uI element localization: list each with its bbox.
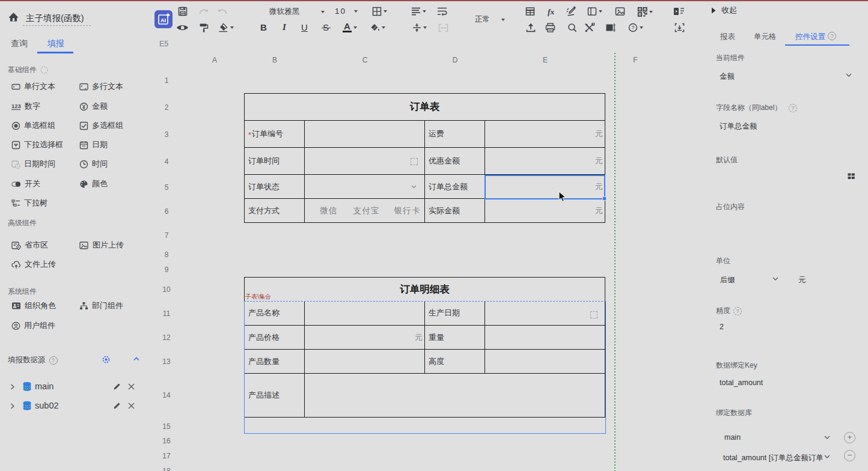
- preview-eye-icon[interactable]: [176, 23, 189, 32]
- edit-pencil-icon[interactable]: [113, 402, 121, 410]
- column-width-icon[interactable]: [605, 23, 616, 32]
- bind-key-value[interactable]: total_amount: [720, 378, 763, 387]
- order-table-title[interactable]: 订单表: [245, 94, 605, 121]
- valign-button[interactable]: [412, 23, 427, 32]
- datasource-collapse-chevron[interactable]: [133, 357, 139, 361]
- font-color-button[interactable]: A: [343, 22, 357, 32]
- row-header-16[interactable]: 16: [157, 437, 176, 445]
- cell-c4-input[interactable]: [305, 148, 425, 175]
- precision-help-icon[interactable]: ?: [733, 307, 742, 315]
- component-item-select[interactable]: 下拉选择框: [11, 139, 63, 150]
- delete-x-icon[interactable]: [128, 383, 135, 390]
- cell-b6-label[interactable]: 支付方式: [245, 199, 305, 223]
- halign-button[interactable]: [411, 7, 426, 16]
- col-header-E[interactable]: E: [485, 56, 605, 64]
- component-item-region[interactable]: 省市区: [11, 240, 48, 251]
- unit-suffix-value[interactable]: 元: [798, 275, 806, 285]
- row-header-8[interactable]: 8: [157, 251, 176, 259]
- col-header-C[interactable]: C: [305, 56, 425, 64]
- sign-pen-icon[interactable]: [566, 5, 576, 16]
- field-name-help-icon[interactable]: ?: [789, 104, 797, 112]
- delete-x-icon[interactable]: [128, 403, 135, 409]
- redo-icon[interactable]: [199, 8, 209, 14]
- cell-e6-input[interactable]: 元: [485, 199, 605, 223]
- row-header-15[interactable]: 15: [157, 422, 176, 431]
- font-size-select[interactable]: 10: [335, 7, 358, 16]
- undo-icon[interactable]: [217, 8, 227, 14]
- italic-button[interactable]: I: [283, 22, 286, 32]
- wrap-text-icon[interactable]: [437, 7, 448, 16]
- zoom-select[interactable]: 正常: [475, 14, 505, 25]
- col-header-A[interactable]: A: [185, 56, 245, 64]
- col-header-B[interactable]: B: [245, 56, 305, 64]
- strikethrough-button[interactable]: S: [323, 22, 329, 32]
- remove-binding-button[interactable]: −: [844, 450, 855, 461]
- current-component-chevron[interactable]: [846, 73, 852, 77]
- underline-button[interactable]: U: [301, 22, 308, 32]
- cell-d3-label[interactable]: 运费: [425, 121, 485, 148]
- component-item-department[interactable]: 部门组件: [79, 300, 123, 311]
- default-value-formula-icon[interactable]: [848, 173, 855, 180]
- component-item-single-text[interactable]: 单行文本: [11, 81, 55, 92]
- component-item-number[interactable]: 123数字: [11, 101, 40, 112]
- bind-db-chevron[interactable]: [824, 436, 830, 439]
- expand-chevron-icon[interactable]: [10, 384, 14, 390]
- bind-field-value[interactable]: total_amount [订单总金额订单: [723, 453, 824, 463]
- bold-button[interactable]: B: [260, 22, 267, 32]
- insert-table-icon[interactable]: [525, 7, 535, 16]
- component-item-user[interactable]: 用户组件: [11, 320, 55, 331]
- datasource-settings-icon[interactable]: [102, 355, 111, 364]
- row-header-9[interactable]: 9: [157, 266, 176, 274]
- cell-e4-input[interactable]: 元: [485, 148, 605, 175]
- row-header-17[interactable]: 17: [157, 452, 176, 460]
- current-component-value[interactable]: 金额: [720, 71, 735, 82]
- row-header-12[interactable]: 12: [157, 333, 176, 342]
- row-header-7[interactable]: 7: [157, 231, 176, 240]
- component-item-datetime[interactable]: 日期时间: [11, 159, 55, 169]
- expand-chevron-icon[interactable]: [10, 403, 14, 409]
- component-item-org-role[interactable]: 组织角色: [11, 300, 56, 311]
- cell-b5-label[interactable]: 订单状态: [245, 175, 305, 199]
- freeze-pane-button[interactable]: [587, 7, 602, 16]
- bind-db-value[interactable]: main: [724, 433, 741, 442]
- datasource-row-sub02[interactable]: sub02: [0, 398, 153, 413]
- pay-option-wechat[interactable]: 微信: [320, 206, 337, 215]
- cell-d4-label[interactable]: 优惠金额: [425, 148, 485, 175]
- cell-d5-label[interactable]: 订单总金额: [425, 175, 485, 199]
- component-item-image-upload[interactable]: 图片上传: [79, 240, 124, 251]
- merge-cells-icon[interactable]: [438, 23, 448, 32]
- panel-collapse-icon[interactable]: [673, 7, 685, 16]
- row-header-2[interactable]: 2: [157, 103, 176, 112]
- row-header-5[interactable]: 5: [157, 183, 176, 192]
- qrcode-button[interactable]: [637, 7, 653, 17]
- upload-icon[interactable]: [526, 22, 536, 32]
- precision-value[interactable]: 2: [720, 323, 724, 331]
- ai-button[interactable]: AI: [154, 10, 173, 28]
- selected-cell-outline[interactable]: [484, 175, 605, 199]
- add-binding-button[interactable]: +: [844, 432, 855, 443]
- print-icon[interactable]: [545, 23, 555, 32]
- cell-c6-options[interactable]: 微信支付宝银行卡: [305, 199, 425, 223]
- panel-collapse-button[interactable]: 收起: [711, 5, 737, 16]
- bind-field-chevron[interactable]: [824, 455, 830, 458]
- cell-ref-box[interactable]: E5: [159, 40, 168, 48]
- field-name-value[interactable]: 订单总金额: [720, 121, 757, 132]
- component-item-color[interactable]: 颜色: [79, 178, 108, 189]
- borders-button[interactable]: [372, 7, 387, 16]
- cell-b3-label[interactable]: *订单编号: [245, 121, 305, 148]
- search-icon[interactable]: [567, 23, 577, 32]
- row-header-13[interactable]: 13: [157, 357, 176, 366]
- datasource-row-main[interactable]: main: [0, 379, 153, 394]
- cell-c3-input[interactable]: [305, 121, 425, 148]
- component-item-tree-select[interactable]: 下拉树: [11, 198, 47, 208]
- edit-pencil-icon[interactable]: [113, 383, 121, 390]
- cell-e3-input[interactable]: 元: [485, 121, 605, 148]
- component-item-file-upload[interactable]: 文件上传: [11, 259, 56, 270]
- pay-option-alipay[interactable]: 支付宝: [353, 206, 379, 215]
- row-header-11[interactable]: 11: [157, 309, 176, 318]
- component-item-radio-group[interactable]: 单选框组: [11, 120, 55, 131]
- row-header-18[interactable]: 18: [157, 467, 176, 471]
- row-header-10[interactable]: 10: [157, 285, 176, 294]
- import-box-icon[interactable]: [674, 23, 685, 32]
- pay-option-bankcard[interactable]: 银行卡: [394, 206, 421, 215]
